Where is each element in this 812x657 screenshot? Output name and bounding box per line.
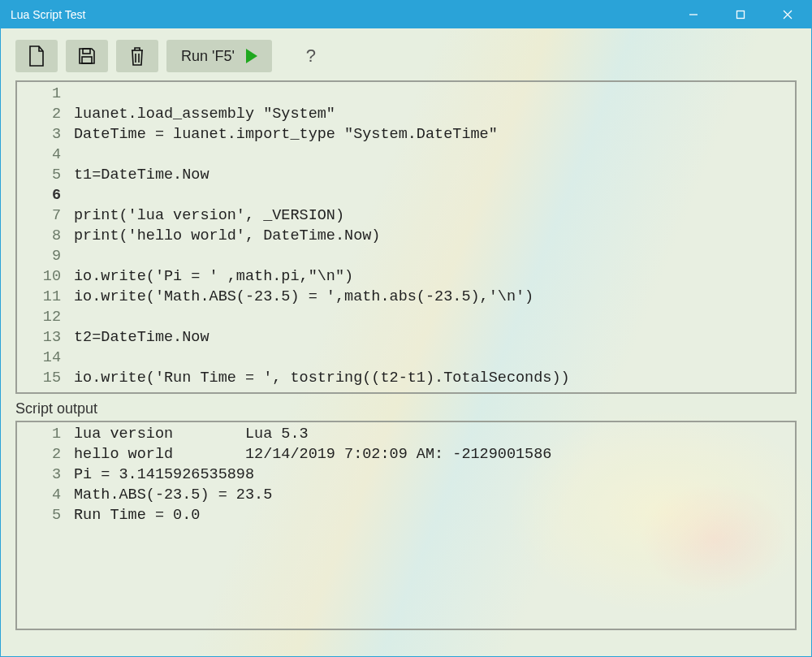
output-line: Math.ABS(-23.5) = 23.5	[74, 485, 795, 505]
code-line[interactable]	[74, 145, 795, 165]
titlebar: Lua Script Test	[1, 1, 811, 28]
svg-rect-1	[737, 11, 745, 19]
output-gutter: 12345	[17, 422, 67, 629]
code-editor[interactable]: 123456789101112131415 luanet.load_assemb…	[15, 80, 797, 394]
code-line[interactable]: luanet.load_assembly "System"	[74, 104, 795, 124]
code-line[interactable]: io.write('Pi = ' ,math.pi,"\n")	[74, 266, 795, 287]
trash-icon	[128, 45, 146, 67]
new-file-button[interactable]	[15, 40, 58, 72]
code-line[interactable]: io.write('Run Time = ', tostring((t2-t1)…	[74, 368, 795, 388]
code-line[interactable]	[74, 84, 795, 104]
output-line: Run Time = 0.0	[74, 505, 795, 525]
line-number: 8	[17, 226, 61, 246]
line-number: 3	[17, 465, 61, 485]
maximize-icon	[736, 10, 745, 19]
close-icon	[783, 10, 793, 19]
code-line[interactable]: DateTime = luanet.import_type "System.Da…	[74, 124, 795, 145]
line-number: 1	[17, 84, 61, 104]
line-number: 3	[17, 124, 61, 145]
line-number: 5	[17, 165, 61, 185]
window-controls	[670, 1, 811, 28]
delete-button[interactable]	[116, 40, 158, 72]
line-number: 9	[17, 246, 61, 266]
svg-rect-5	[82, 57, 92, 63]
line-number: 5	[17, 505, 61, 525]
output-lines: lua version Lua 5.3hello world 12/14/201…	[67, 422, 795, 629]
run-button-label: Run 'F5'	[181, 48, 235, 65]
code-line[interactable]: print('lua version', _VERSION)	[74, 205, 795, 226]
maximize-button[interactable]	[717, 1, 764, 28]
window-title: Lua Script Test	[11, 8, 670, 21]
svg-rect-4	[83, 49, 90, 54]
code-line[interactable]	[74, 348, 795, 368]
code-lines[interactable]: luanet.load_assembly "System"DateTime = …	[67, 82, 795, 392]
help-button[interactable]: ?	[300, 45, 322, 67]
app-window: Lua Script Test	[0, 0, 812, 657]
code-line[interactable]	[74, 307, 795, 327]
line-number: 14	[17, 348, 61, 368]
line-number: 2	[17, 104, 61, 124]
code-line[interactable]: print('hello world', DateTime.Now)	[74, 226, 795, 246]
line-number: 13	[17, 327, 61, 348]
output-label: Script output	[15, 400, 797, 417]
code-line[interactable]	[74, 185, 795, 205]
line-number: 7	[17, 205, 61, 226]
output-panel: 12345 lua version Lua 5.3hello world 12/…	[15, 421, 797, 630]
code-line[interactable]: io.write('Math.ABS(-23.5) = ',math.abs(-…	[74, 287, 795, 307]
code-line[interactable]	[74, 246, 795, 266]
minimize-icon	[689, 10, 698, 19]
line-number: 10	[17, 266, 61, 287]
file-icon	[28, 45, 45, 67]
line-number: 4	[17, 145, 61, 165]
code-line[interactable]: t1=DateTime.Now	[74, 165, 795, 185]
line-number: 2	[17, 444, 61, 465]
output-line: lua version Lua 5.3	[74, 424, 795, 444]
close-button[interactable]	[764, 1, 811, 28]
save-button[interactable]	[66, 40, 108, 72]
output-line: hello world 12/14/2019 7:02:09 AM: -2129…	[74, 444, 795, 465]
run-button[interactable]: Run 'F5'	[166, 40, 272, 72]
body-area: 123456789101112131415 luanet.load_assemb…	[1, 80, 811, 656]
line-number: 1	[17, 424, 61, 444]
line-number: 11	[17, 287, 61, 307]
line-number: 4	[17, 485, 61, 505]
code-line[interactable]: t2=DateTime.Now	[74, 327, 795, 348]
minimize-button[interactable]	[670, 1, 717, 28]
line-number: 15	[17, 368, 61, 388]
output-line: Pi = 3.1415926535898	[74, 465, 795, 485]
line-number: 12	[17, 307, 61, 327]
play-icon	[246, 49, 257, 63]
line-number: 6	[17, 185, 61, 205]
save-icon	[77, 46, 97, 66]
toolbar: Run 'F5' ?	[1, 28, 811, 80]
code-gutter: 123456789101112131415	[17, 82, 67, 392]
